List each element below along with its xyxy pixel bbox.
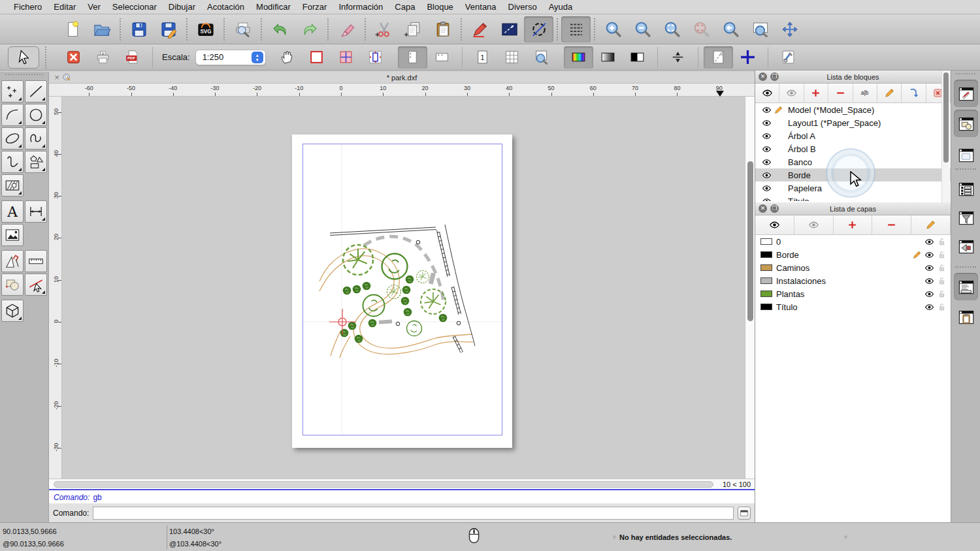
paper-border-button[interactable] — [302, 46, 331, 69]
menu-ayuda[interactable]: Ayuda — [543, 2, 579, 12]
cut-button[interactable] — [369, 16, 399, 42]
menu-dibujar[interactable]: Dibujar — [163, 2, 201, 12]
lock-icon[interactable] — [937, 302, 947, 312]
spline-tools-button[interactable] — [25, 127, 47, 150]
layer-row[interactable]: Caminos — [755, 261, 951, 274]
command-input[interactable] — [93, 507, 734, 520]
paper-overlay-button[interactable] — [331, 46, 361, 69]
menu-informacion[interactable]: Información — [333, 2, 389, 12]
visibility-eye-icon[interactable] — [760, 170, 772, 180]
lock-icon[interactable] — [937, 250, 947, 260]
undo-button[interactable] — [265, 16, 295, 42]
zoom-selection-button[interactable] — [687, 16, 716, 42]
vertical-scroll-handle[interactable] — [747, 161, 753, 321]
eraser-button[interactable] — [332, 16, 361, 42]
crosshair-pointer-button[interactable] — [733, 46, 762, 69]
scale-select[interactable]: 1:250▲▼ — [195, 50, 266, 65]
line-pattern-button[interactable] — [495, 16, 524, 42]
visibility-eye-icon[interactable] — [924, 302, 934, 312]
lock-icon[interactable] — [937, 263, 947, 273]
add-block-button[interactable] — [804, 84, 828, 102]
menu-bloque[interactable]: Bloque — [421, 2, 459, 12]
snap-spacing-button[interactable] — [663, 46, 693, 69]
menu-seleccionar[interactable]: Seleccionar — [106, 2, 163, 12]
dock-command-line-button[interactable] — [954, 273, 978, 300]
menu-forzar[interactable]: Forzar — [297, 2, 333, 12]
horizontal-scroll-handle[interactable] — [54, 481, 713, 488]
stepper-icon[interactable]: ▲▼ — [252, 52, 263, 63]
copy-button[interactable] — [399, 16, 428, 42]
svg-export-button[interactable]: SVG — [191, 16, 220, 42]
point-tools-button[interactable] — [1, 80, 24, 102]
dimension-tools-button[interactable] — [25, 200, 47, 223]
block-utility-tools-button[interactable] — [1, 274, 24, 296]
lock-icon[interactable] — [937, 276, 947, 286]
paste-button[interactable] — [428, 16, 457, 42]
open-folder-button[interactable] — [87, 16, 116, 42]
circle-tools-button[interactable] — [25, 104, 47, 126]
grid-toggle-button[interactable] — [561, 16, 591, 42]
zoom-auto-button[interactable] — [657, 16, 687, 42]
visibility-eye-icon[interactable] — [760, 105, 772, 115]
zoom-pan-button[interactable] — [775, 16, 804, 42]
line-tools-button[interactable] — [25, 80, 47, 102]
dock-preview-button[interactable] — [954, 141, 978, 168]
visibility-eye-icon[interactable] — [924, 250, 934, 260]
block-scroll-handle[interactable] — [943, 72, 949, 163]
layer-row[interactable]: Instalaciones — [755, 274, 951, 287]
arc-tools-button[interactable] — [1, 104, 24, 126]
float-panel-icon[interactable]: ❐ — [770, 72, 779, 81]
command-window-toggle-button[interactable] — [738, 507, 751, 520]
dock-library-browser-button[interactable] — [954, 110, 978, 137]
new-document-button[interactable] — [57, 16, 87, 42]
dock-projection-button[interactable] — [954, 232, 978, 260]
lock-icon[interactable] — [937, 289, 947, 299]
layer-row[interactable]: 0 — [755, 235, 951, 248]
add-layer-button[interactable] — [834, 215, 873, 234]
block-row[interactable]: Model (*Model_Space) — [755, 103, 951, 116]
visibility-eye-icon[interactable] — [760, 157, 772, 167]
zoom-out-button[interactable] — [628, 16, 657, 42]
construction-mode-button[interactable] — [524, 16, 553, 42]
canvas-vertical-scrollbar[interactable] — [745, 97, 755, 479]
dock-property-editor-button[interactable] — [954, 80, 978, 107]
toolbar-drag-handle[interactable] — [5, 74, 43, 75]
visibility-eye-icon[interactable] — [924, 237, 934, 247]
lock-icon[interactable] — [937, 237, 947, 247]
zoom-page-button[interactable] — [527, 46, 556, 69]
paper-autofit-button[interactable] — [361, 46, 390, 69]
shape-tools-button[interactable] — [25, 151, 47, 173]
menu-diverso[interactable]: Diverso — [502, 2, 543, 12]
dock-selection-filter-button[interactable] — [954, 204, 978, 231]
page-portrait-button[interactable] — [398, 46, 427, 69]
dock-block-list-button[interactable] — [954, 175, 978, 202]
visibility-eye-icon[interactable] — [760, 197, 772, 202]
toggle-visibility-button[interactable] — [755, 215, 794, 234]
save-button[interactable] — [124, 16, 154, 42]
float-panel-icon[interactable]: ❐ — [770, 204, 779, 213]
layer-row[interactable]: Borde — [755, 248, 951, 261]
color-blackwhite-button[interactable] — [623, 46, 652, 69]
menu-ver[interactable]: Ver — [82, 2, 106, 12]
pen-edit-button[interactable] — [465, 16, 495, 42]
color-full-button[interactable] — [564, 46, 593, 69]
visibility-eye-icon[interactable] — [760, 118, 772, 128]
measure-tool-button[interactable] — [25, 250, 47, 272]
block-row[interactable]: Árbol A — [755, 129, 951, 142]
polyline-tools-button[interactable] — [1, 151, 24, 173]
menu-acotacion[interactable]: Acotación — [201, 2, 250, 12]
color-grayscale-button[interactable] — [593, 46, 623, 69]
rename-block-button[interactable]: a|b — [853, 84, 877, 102]
insert-block-button[interactable] — [902, 84, 926, 102]
pdf-export-button[interactable]: PDF — [118, 46, 147, 69]
page-landscape-button[interactable] — [427, 46, 457, 69]
menu-editar[interactable]: Editar — [48, 2, 82, 12]
save-as-button[interactable] — [154, 16, 183, 42]
menu-capa[interactable]: Capa — [389, 2, 421, 12]
redo-button[interactable] — [295, 16, 324, 42]
print-button[interactable] — [88, 46, 118, 69]
text-tool-button[interactable]: A — [1, 200, 24, 223]
visibility-eye-icon[interactable] — [760, 144, 772, 154]
menu-modificar[interactable]: Modificar — [250, 2, 297, 12]
zoom-previous-button[interactable] — [716, 16, 745, 42]
